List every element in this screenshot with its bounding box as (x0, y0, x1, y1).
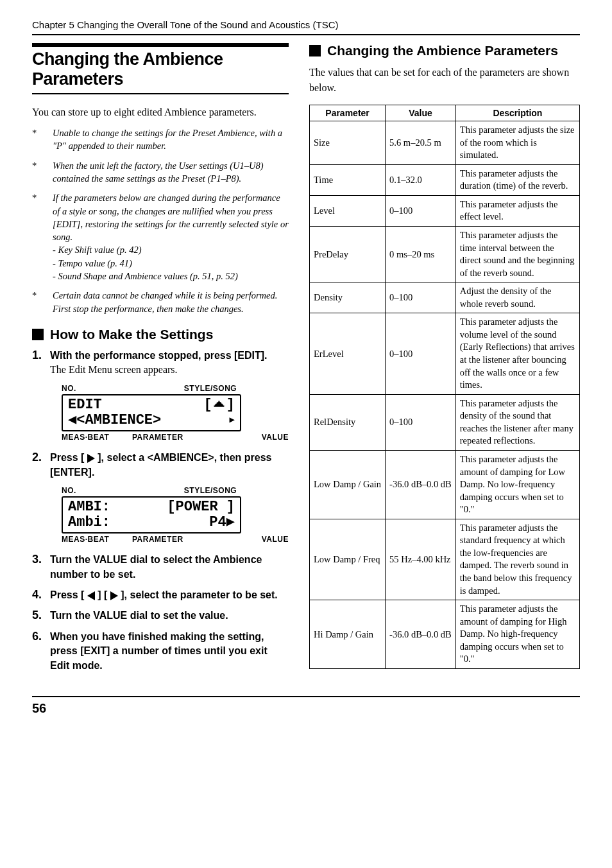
lcd-label-stylesong: STYLE/SONG (132, 486, 289, 495)
lcd-line1-left: EDIT (68, 397, 102, 413)
lcd-panel-2: No. STYLE/SONG AMBI: [POWER ] Ambi: P4▶ … (62, 486, 289, 544)
step-serif: The Edit Menu screen appears. (50, 364, 178, 375)
cell-param: Time (310, 164, 386, 195)
cell-desc: This parameter adjusts the standard freq… (455, 519, 579, 600)
square-bullet-icon (309, 45, 321, 56)
note-text: If the parameters below are changed duri… (53, 193, 289, 242)
cell-value: 0–100 (386, 394, 456, 450)
cell-value: -36.0 dB–0.0 dB (386, 450, 456, 519)
cell-param: Density (310, 282, 386, 313)
lcd-line1-right: [POWER ] (167, 499, 235, 515)
lcd-line2-left: ◀<AMBIENCE> (68, 413, 161, 428)
howto-heading-text: How to Make the Settings (50, 327, 213, 342)
cell-desc: This parameter adjusts the time interval… (455, 226, 579, 282)
step-number: 6. (32, 630, 46, 644)
intro-text: You can store up to eight edited Ambienc… (32, 105, 289, 120)
cell-value: 55 Hz–4.00 kHz (386, 519, 456, 600)
cell-value: 0.1–32.0 (386, 164, 456, 195)
title-block: Changing the Ambience Parameters (32, 43, 289, 94)
header-rule (32, 34, 580, 35)
table-row: Low Damp / Freq 55 Hz–4.00 kHz This para… (310, 519, 580, 600)
th-parameter: Parameter (310, 105, 386, 121)
step-bold-pre: Press [ (50, 452, 87, 463)
step-bold-pre: Press [ (50, 589, 87, 600)
lcd-screen: AMBI: [POWER ] Ambi: P4▶ (62, 496, 241, 534)
lcd-line2-right: P4▶ (209, 515, 235, 530)
note-item: When the unit left the factory, the User… (32, 159, 289, 186)
square-bullet-icon (32, 329, 44, 340)
triangle-right-icon (87, 454, 95, 463)
lcd-screen: EDIT [⏶] ◀<AMBIENCE> ▶ (62, 394, 241, 431)
step-number: 4. (32, 588, 46, 602)
cell-value: 0–100 (386, 195, 456, 226)
chapter-header: Chapter 5 Changing the Overall Tone of t… (32, 19, 580, 30)
th-description: Description (455, 105, 579, 121)
lcd-label-no: No. (62, 486, 132, 495)
step-bold-mid: ] [ (95, 589, 110, 600)
lcd-label-value: VALUE (196, 535, 289, 544)
step-bold: Turn the VALUE dial to select the Ambien… (50, 554, 262, 579)
cell-desc: This parameter adjusts the duration (tim… (455, 164, 579, 195)
cell-param: RelDensity (310, 394, 386, 450)
lcd-label-parameter: PARAMETER (132, 535, 196, 544)
howto-heading: How to Make the Settings (32, 327, 289, 342)
note-text: When the unit left the factory, the User… (53, 161, 264, 184)
parameter-table: Parameter Value Description Size 5.6 m–2… (309, 105, 580, 669)
step-number: 5. (32, 609, 46, 623)
right-heading-text: Changing the Ambience Parameters (327, 43, 558, 58)
cell-desc: This parameter adjusts the amount of dam… (455, 450, 579, 519)
step-bold: With the performance stopped, press [EDI… (50, 350, 268, 361)
lcd-line1-right: [⏶] (204, 397, 235, 413)
lcd-line2-left: Ambi: (68, 515, 110, 530)
note-text: Certain data cannot be changed while it … (53, 290, 277, 313)
lcd-label-measbeat: MEAS·BEAT (62, 433, 132, 442)
table-row: Level 0–100 This parameter adjusts the e… (310, 195, 580, 226)
notes-list: Unable to change the settings for the Pr… (32, 126, 289, 315)
note-sub: - Sound Shape and Ambience values (p. 51… (53, 270, 289, 282)
note-text: Unable to change the settings for the Pr… (53, 128, 282, 151)
note-sub: - Tempo value (p. 41) (53, 257, 289, 270)
lcd-label-measbeat: MEAS·BEAT (62, 535, 132, 544)
cell-desc: This parameter adjusts the amount of dam… (455, 600, 579, 669)
table-row: Density 0–100 Adjust the density of the … (310, 282, 580, 313)
footer: 56 (32, 696, 580, 716)
step-3: 3. Turn the VALUE dial to select the Amb… (32, 553, 289, 582)
th-value: Value (386, 105, 456, 121)
step-number: 1. (32, 349, 46, 363)
step-4: 4. Press [ ] [ ], select the parameter t… (32, 588, 289, 602)
right-heading: Changing the Ambience Parameters (309, 43, 580, 58)
table-row: Size 5.6 m–20.5 m This parameter adjusts… (310, 121, 580, 165)
table-row: ErLevel 0–100 This parameter adjusts the… (310, 313, 580, 394)
step-bold: When you have finished making the settin… (50, 631, 268, 671)
lcd-label-parameter: PARAMETER (132, 433, 196, 442)
note-sub: - Key Shift value (p. 42) (53, 243, 289, 256)
cell-param: Level (310, 195, 386, 226)
page-number: 56 (32, 701, 46, 715)
note-item: Certain data cannot be changed while it … (32, 289, 289, 315)
step-1: 1. With the performance stopped, press [… (32, 349, 289, 378)
lcd-label-value: VALUE (196, 433, 289, 442)
cell-desc: This parameter adjusts the effect level. (455, 195, 579, 226)
step-6: 6. When you have finished making the set… (32, 630, 289, 673)
right-intro: The values that can be set for each of t… (309, 65, 580, 96)
cell-value: 0–100 (386, 282, 456, 313)
cell-value: 0 ms–20 ms (386, 226, 456, 282)
cell-param: Hi Damp / Gain (310, 600, 386, 669)
cell-param: Low Damp / Gain (310, 450, 386, 519)
table-row: Low Damp / Gain -36.0 dB–0.0 dB This par… (310, 450, 580, 519)
cell-param: Size (310, 121, 386, 165)
cell-param: Low Damp / Freq (310, 519, 386, 600)
lcd-line2-right: ▶ (230, 415, 235, 425)
cell-value: 0–100 (386, 313, 456, 394)
triangle-left-icon (87, 591, 95, 600)
table-row: RelDensity 0–100 This parameter adjusts … (310, 394, 580, 450)
cell-param: PreDelay (310, 226, 386, 282)
right-column: Changing the Ambience Parameters The val… (309, 43, 580, 679)
left-column: Changing the Ambience Parameters You can… (32, 43, 289, 679)
lcd-label-stylesong: STYLE/SONG (132, 384, 289, 393)
step-bold-post: ], select the parameter to be set. (118, 589, 278, 600)
note-item: If the parameters below are changed duri… (32, 191, 289, 282)
note-item: Unable to change the settings for the Pr… (32, 126, 289, 153)
table-row: Hi Damp / Gain -36.0 dB–0.0 dB This para… (310, 600, 580, 669)
step-2: 2. Press [ ], select a <AMBIENCE>, then … (32, 451, 289, 480)
